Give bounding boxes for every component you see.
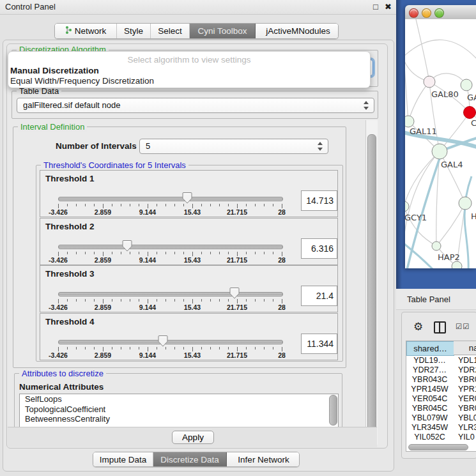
- tab-cyni-toolbox[interactable]: Cyni Toolbox: [190, 24, 256, 38]
- tab-impute-data[interactable]: Impute Data: [93, 452, 153, 466]
- algorithm-placeholder: Select algorithm to view settings: [8, 55, 370, 65]
- table-cell[interactable]: YBL079W: [406, 413, 453, 423]
- network-node[interactable]: [405, 201, 409, 211]
- tick-label: 9.144: [139, 256, 156, 264]
- tab-label: Network: [75, 26, 107, 36]
- network-edge[interactable]: [415, 19, 429, 82]
- tab-style[interactable]: Style: [117, 24, 151, 38]
- network-node[interactable]: [405, 116, 414, 127]
- zoom-traffic-light[interactable]: [434, 8, 444, 18]
- network-node[interactable]: [459, 197, 472, 210]
- network-node[interactable]: [432, 144, 447, 159]
- threshold-value-field[interactable]: 14.713: [301, 190, 337, 211]
- network-edge[interactable]: [405, 151, 440, 206]
- menu-item-manual-discretization[interactable]: Manual Discretization: [10, 66, 99, 75]
- network-node[interactable]: [424, 76, 435, 88]
- table-cell[interactable]: YPR145W: [406, 385, 453, 394]
- table-cell[interactable]: YDL19…: [406, 356, 453, 365]
- table-cell[interactable]: YIL0: [458, 433, 476, 442]
- network-edge[interactable]: [405, 45, 408, 121]
- network-node[interactable]: [461, 79, 472, 91]
- apply-button[interactable]: Apply: [172, 431, 214, 444]
- close-traffic-light[interactable]: [409, 8, 418, 18]
- menu-item-equal-width-frequency[interactable]: Equal Width/Frequency Discretization: [10, 76, 154, 86]
- table-panel: ⚙ ☑☑ shared… name YDL19…YDL1YDR27…YDR2YB…: [401, 312, 476, 459]
- list-item[interactable]: SelfLoops: [20, 394, 338, 404]
- screen: Control Panel □ ✖ NetworkStyleSelectCyni…: [0, 0, 476, 476]
- table-cell[interactable]: YLR3: [458, 423, 476, 433]
- slider-tick-labels: -3.4262.8599.14415.4321.71528: [58, 208, 282, 216]
- table-cell[interactable]: YDL1: [458, 356, 476, 365]
- table-hscrollbar-thumb[interactable]: [408, 444, 468, 450]
- table-data-selected: galFiltered.sif default node: [23, 100, 120, 110]
- restore-icon[interactable]: □: [373, 2, 378, 12]
- tab-label: Impute Data: [100, 455, 147, 464]
- tab-jactivemnodules[interactable]: jActiveMNodules: [256, 24, 339, 38]
- slider-thumb[interactable]: [122, 240, 132, 252]
- slider-thumb[interactable]: [158, 335, 168, 347]
- network-node[interactable]: [452, 261, 462, 268]
- slider-track[interactable]: [58, 292, 283, 296]
- minimize-traffic-light[interactable]: [422, 8, 431, 18]
- slider-thumb[interactable]: [229, 287, 240, 299]
- network-edge[interactable]: [408, 82, 429, 121]
- network-window-titlebar: [405, 5, 476, 20]
- attributes-list-scrollbar[interactable]: [329, 395, 337, 426]
- close-icon[interactable]: ✖: [385, 2, 392, 12]
- algorithm-dropdown-popup: Select algorithm to view settings Manual…: [8, 51, 371, 88]
- threshold-label: Threshold 1: [45, 174, 95, 183]
- table-cell[interactable]: YBR045C: [406, 404, 453, 413]
- combo-spinner-icon[interactable]: [364, 98, 370, 112]
- network-edge[interactable]: [436, 203, 465, 246]
- tab-label: jActiveMNodules: [266, 26, 330, 36]
- tick-label: -3.426: [49, 351, 68, 359]
- number-of-intervals-value: 5: [146, 141, 150, 151]
- network-edge[interactable]: [405, 40, 476, 59]
- network-node[interactable]: [432, 242, 441, 250]
- table-cell[interactable]: YBR043C: [406, 375, 453, 385]
- table-cell[interactable]: YBL0: [458, 413, 476, 423]
- checkboxes-icon[interactable]: ☑☑: [456, 322, 470, 331]
- attributes-group-title: Attributes to discretize: [19, 369, 106, 378]
- threshold-value-field[interactable]: 11.344: [301, 334, 337, 354]
- numerical-attributes-list[interactable]: SelfLoopsTopologicalCoefficientBetweenne…: [19, 394, 339, 427]
- slider-track[interactable]: [58, 197, 283, 201]
- column-header-shared-name[interactable]: shared…: [406, 341, 454, 356]
- gear-icon[interactable]: ⚙: [413, 320, 423, 334]
- node-label: C: [471, 118, 476, 128]
- number-of-intervals-combobox[interactable]: 5: [139, 139, 328, 154]
- network-view[interactable]: GAL80GAGAL11CGAL4GCY1HHAP2: [405, 19, 476, 268]
- threshold-label: Threshold 2: [45, 222, 95, 231]
- combo-spinner-icon[interactable]: [318, 139, 324, 153]
- table-cell[interactable]: YBR0: [458, 375, 476, 385]
- threshold-value-field[interactable]: 6.316: [301, 238, 337, 259]
- tab-infer-network[interactable]: Infer Network: [227, 452, 300, 466]
- slider-thumb[interactable]: [182, 192, 192, 204]
- list-item[interactable]: BetweennessCentrality: [20, 414, 338, 424]
- table-cell[interactable]: YER0: [458, 394, 476, 404]
- table-cell[interactable]: YLR345W: [406, 423, 453, 433]
- tab-network[interactable]: Network: [55, 24, 117, 38]
- columns-icon[interactable]: [434, 321, 446, 334]
- table-cell[interactable]: YDR27…: [406, 365, 453, 375]
- window-title: Control Panel: [5, 2, 56, 12]
- column-header-name[interactable]: name: [454, 341, 476, 355]
- tab-select[interactable]: Select: [151, 24, 190, 38]
- table-cell[interactable]: YPR1: [458, 385, 476, 394]
- network-graph[interactable]: GAL80GAGAL11CGAL4GCY1HHAP2: [405, 19, 476, 268]
- table-cell[interactable]: YBR0: [458, 404, 476, 413]
- network-edge-highlighted[interactable]: [464, 176, 472, 268]
- slider-track[interactable]: [58, 340, 283, 344]
- table-cell[interactable]: YIL052C: [406, 433, 453, 442]
- table-cell[interactable]: YER054C: [406, 394, 453, 404]
- table-cell[interactable]: YDR2: [458, 365, 476, 375]
- table-data-combobox[interactable]: galFiltered.sif default node: [17, 98, 374, 113]
- threshold-value-field[interactable]: 21.4: [301, 286, 337, 306]
- tab-discretize-data[interactable]: Discretize Data: [153, 452, 227, 466]
- settings-scrollbar-thumb[interactable]: [367, 134, 376, 441]
- network-node-selected[interactable]: [464, 107, 476, 119]
- list-item[interactable]: TopologicalCoefficient: [20, 404, 338, 415]
- node-table[interactable]: shared… name YDL19…YDL1YDR27…YDR2YBR043C…: [406, 341, 476, 452]
- threshold-label: Threshold 3: [45, 269, 95, 279]
- slider-track[interactable]: [58, 245, 283, 249]
